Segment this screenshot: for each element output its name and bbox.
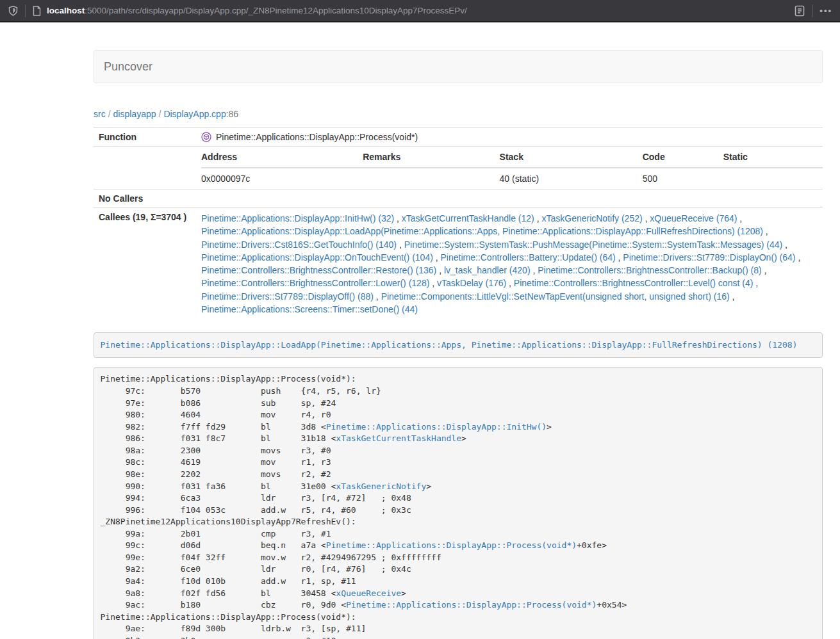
callee-link[interactable]: vTaskDelay (176) bbox=[437, 278, 506, 288]
callee-link[interactable]: Pinetime::Controllers::BrightnessControl… bbox=[514, 278, 753, 288]
static-value bbox=[723, 168, 823, 189]
breadcrumb-link[interactable]: src bbox=[94, 109, 106, 119]
breadcrumb-separator: / bbox=[156, 109, 164, 119]
callee-link[interactable]: Pinetime::Controllers::BrightnessControl… bbox=[538, 265, 761, 275]
callee-separator: , bbox=[397, 239, 404, 250]
callee-separator: , bbox=[436, 265, 444, 275]
table-row: Callees (19, Σ=3704 ) Pinetime::Applicat… bbox=[94, 208, 823, 320]
callee-separator: , bbox=[782, 239, 787, 250]
callee-separator: , bbox=[730, 291, 735, 302]
col-stack: Stack bbox=[500, 147, 643, 168]
page-icon bbox=[32, 6, 42, 16]
reader-view-icon[interactable] bbox=[793, 4, 806, 17]
selected-callee-link[interactable]: Pinetime::Applications::DisplayApp::Load… bbox=[101, 340, 798, 350]
table-row: Address Remarks Stack Code Static 0x0000… bbox=[94, 147, 823, 190]
callee-link[interactable]: Pinetime::Drivers::St7789::DisplayOff() … bbox=[201, 291, 374, 302]
function-label: Function bbox=[94, 128, 196, 147]
table-row: No Callers bbox=[94, 190, 823, 208]
callee-link[interactable]: Pinetime::Applications::DisplayApp::Load… bbox=[201, 226, 763, 236]
asm-symbol-link[interactable]: Pinetime::Applications::DisplayApp::Init… bbox=[326, 422, 547, 432]
table-row: 0x0000097c 40 (static) 500 bbox=[201, 168, 823, 189]
code-value: 500 bbox=[643, 168, 723, 189]
url-host: localhost bbox=[47, 6, 85, 15]
browser-toolbar: localhost:5000/path/src/displayapp/Displ… bbox=[0, 0, 840, 22]
asm-symbol-link[interactable]: Pinetime::Applications::DisplayApp::Proc… bbox=[326, 540, 577, 550]
callee-separator: , bbox=[433, 252, 441, 263]
callee-separator: , bbox=[643, 213, 650, 223]
callee-separator: , bbox=[506, 278, 514, 288]
url-bar[interactable]: localhost:5000/path/src/displayapp/Displ… bbox=[32, 6, 793, 16]
callee-separator: , bbox=[796, 252, 801, 263]
callee-link[interactable]: Pinetime::Drivers::Cst816S::GetTouchInfo… bbox=[201, 239, 397, 250]
function-summary-table: Function Pinetime::Applications::Display… bbox=[94, 127, 823, 320]
callee-link[interactable]: Pinetime::Controllers::BrightnessControl… bbox=[201, 265, 436, 275]
stack-value: 40 (static) bbox=[500, 168, 643, 189]
function-name: Pinetime::Applications::DisplayApp::Proc… bbox=[216, 132, 418, 142]
callee-link[interactable]: Pinetime::Applications::DisplayApp::Init… bbox=[201, 213, 394, 223]
breadcrumb-line-number: :86 bbox=[226, 109, 238, 119]
callees-label: Callees (19, Σ=3704 ) bbox=[94, 208, 196, 320]
callee-separator: , bbox=[737, 213, 742, 223]
callee-separator: , bbox=[534, 213, 542, 223]
col-code: Code bbox=[643, 147, 723, 168]
breadcrumb-link[interactable]: DisplayApp.cpp bbox=[163, 109, 226, 119]
url-text: localhost:5000/path/src/displayapp/Displ… bbox=[47, 6, 467, 15]
toolbar-divider bbox=[25, 4, 26, 17]
callee-separator: , bbox=[753, 278, 758, 288]
breadcrumb: src/displayapp/DisplayApp.cpp:86 bbox=[94, 109, 823, 119]
no-callers-label: No Callers bbox=[94, 190, 196, 208]
callee-link[interactable]: Pinetime::Drivers::St7789::DisplayOn() (… bbox=[623, 252, 795, 263]
callee-link[interactable]: xTaskGetCurrentTaskHandle (12) bbox=[402, 213, 534, 223]
toolbar-divider bbox=[812, 4, 813, 17]
callee-separator: , bbox=[429, 278, 437, 288]
callee-separator: , bbox=[616, 252, 623, 263]
callee-separator: , bbox=[762, 265, 767, 275]
callee-link[interactable]: xQueueReceive (764) bbox=[650, 213, 737, 223]
cube-icon bbox=[201, 132, 211, 142]
callee-link[interactable]: Pinetime::Applications::DisplayApp::OnTo… bbox=[201, 252, 433, 263]
asm-symbol-link[interactable]: xTaskGetCurrentTaskHandle bbox=[336, 433, 461, 443]
address-value: 0x0000097c bbox=[201, 168, 363, 189]
breadcrumb-separator: / bbox=[106, 109, 113, 119]
breadcrumb-link[interactable]: displayapp bbox=[113, 109, 156, 119]
address-table: Address Remarks Stack Code Static 0x0000… bbox=[201, 147, 823, 189]
app-navbar: Puncover bbox=[94, 50, 823, 83]
col-remarks: Remarks bbox=[363, 147, 499, 168]
callees-list: Pinetime::Applications::DisplayApp::Init… bbox=[196, 208, 823, 320]
col-static: Static bbox=[723, 147, 823, 168]
callee-link[interactable]: Pinetime::System::SystemTask::PushMessag… bbox=[404, 239, 783, 250]
asm-symbol-link[interactable]: xQueueReceive bbox=[336, 588, 401, 598]
callee-link[interactable]: Pinetime::Components::LittleVgl::SetNewT… bbox=[381, 291, 730, 302]
remarks-value bbox=[363, 168, 499, 189]
url-path: :5000/path/src/displayapp/DisplayApp.cpp… bbox=[85, 6, 467, 15]
table-row: Function Pinetime::Applications::Display… bbox=[94, 128, 823, 147]
brand-link[interactable]: Puncover bbox=[94, 51, 162, 83]
col-address: Address bbox=[201, 147, 363, 168]
callee-link[interactable]: lv_task_handler (420) bbox=[444, 265, 531, 275]
callee-link[interactable]: Pinetime::Applications::Screens::Timer::… bbox=[201, 304, 418, 314]
callee-separator: , bbox=[763, 226, 768, 236]
callee-link[interactable]: xTaskGenericNotify (252) bbox=[541, 213, 642, 223]
callee-separator: , bbox=[394, 213, 402, 223]
callee-separator: , bbox=[374, 291, 381, 302]
overflow-menu-icon[interactable]: ••• bbox=[819, 6, 832, 15]
asm-symbol-link[interactable]: xTaskGenericNotify bbox=[336, 481, 426, 491]
tracking-protection-shield-icon[interactable] bbox=[8, 5, 19, 17]
callee-separator: , bbox=[531, 265, 538, 275]
asm-symbol-link[interactable]: Pinetime::Applications::DisplayApp::Proc… bbox=[346, 600, 597, 610]
callee-link[interactable]: Pinetime::Controllers::BrightnessControl… bbox=[201, 278, 429, 288]
callee-link[interactable]: Pinetime::Controllers::Battery::Update()… bbox=[441, 252, 616, 263]
disassembly-block: Pinetime::Applications::DisplayApp::Proc… bbox=[94, 367, 823, 639]
selected-callee-box: Pinetime::Applications::DisplayApp::Load… bbox=[94, 332, 823, 358]
